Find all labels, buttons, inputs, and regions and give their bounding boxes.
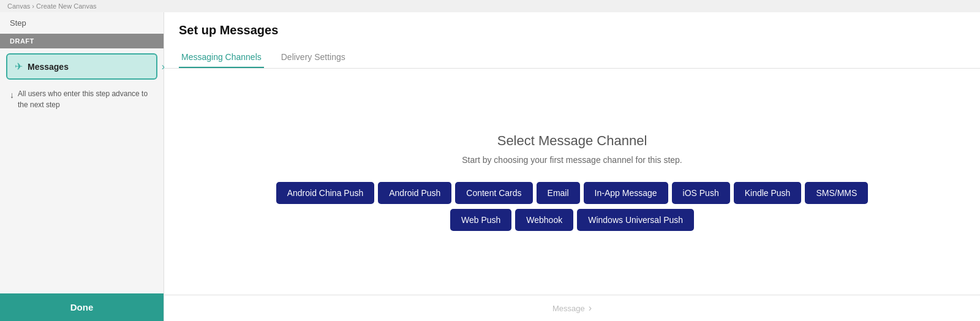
channel-buttons-row1: Android China Push Android Push Content … bbox=[276, 182, 869, 204]
select-channel-subtitle: Start by choosing your first message cha… bbox=[462, 155, 682, 165]
done-button[interactable]: Done bbox=[0, 293, 164, 321]
sidebar: Step DRAFT ✈ Messages › ↓ All users who … bbox=[0, 12, 164, 321]
footer-arrow-icon: › bbox=[589, 303, 592, 314]
channel-android-china-push[interactable]: Android China Push bbox=[276, 182, 375, 204]
arrow-down-icon: ↓ bbox=[10, 89, 14, 102]
channel-content-cards[interactable]: Content Cards bbox=[455, 182, 532, 204]
channel-webhook[interactable]: Webhook bbox=[515, 209, 573, 231]
tab-delivery-settings[interactable]: Delivery Settings bbox=[279, 47, 348, 68]
channel-buttons-row2: Web Push Webhook Windows Universal Push bbox=[450, 209, 694, 231]
channel-ios-push[interactable]: iOS Push bbox=[672, 182, 730, 204]
draft-badge: DRAFT bbox=[0, 34, 164, 48]
main-panel: Set up Messages Messaging Channels Deliv… bbox=[164, 12, 980, 321]
step-label: Step bbox=[0, 12, 164, 34]
channel-in-app-message[interactable]: In-App Message bbox=[584, 182, 668, 204]
breadcrumb: Canvas › Create New Canvas bbox=[7, 2, 97, 10]
page-title: Set up Messages bbox=[179, 23, 965, 37]
messages-item-label: Messages bbox=[28, 62, 69, 72]
channel-web-push[interactable]: Web Push bbox=[450, 209, 511, 231]
footer-message-text: Message bbox=[552, 304, 585, 313]
chevron-right-icon: › bbox=[162, 61, 165, 72]
messages-icon: ✈ bbox=[15, 61, 23, 72]
step-subtitle: ↓ All users who enter this step advance … bbox=[0, 85, 164, 120]
panel-header: Set up Messages Messaging Channels Deliv… bbox=[164, 12, 980, 69]
tab-messaging-channels[interactable]: Messaging Channels bbox=[179, 47, 264, 68]
channel-email[interactable]: Email bbox=[537, 182, 580, 204]
panel-content: Select Message Channel Start by choosing… bbox=[164, 69, 980, 295]
tab-bar: Messaging Channels Delivery Settings bbox=[179, 47, 965, 68]
messages-step-item[interactable]: ✈ Messages › bbox=[6, 53, 157, 80]
channel-kindle-push[interactable]: Kindle Push bbox=[734, 182, 802, 204]
channel-windows-universal-push[interactable]: Windows Universal Push bbox=[577, 209, 694, 231]
channel-sms-mms[interactable]: SMS/MMS bbox=[805, 182, 868, 204]
panel-footer: Message › bbox=[164, 295, 980, 321]
channel-android-push[interactable]: Android Push bbox=[378, 182, 451, 204]
select-channel-title: Select Message Channel bbox=[497, 133, 647, 149]
